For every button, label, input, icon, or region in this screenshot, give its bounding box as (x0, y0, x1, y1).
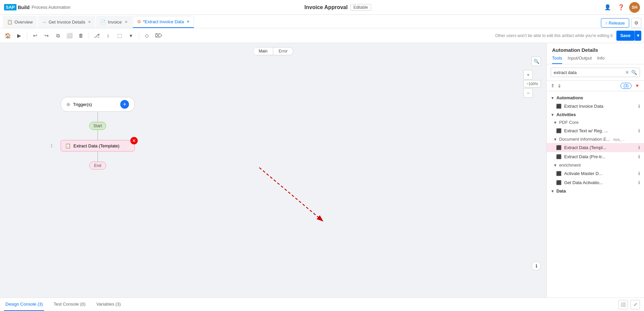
more-toolbar-button[interactable]: ▾ (126, 31, 136, 41)
get-data-activatio-info-icon[interactable]: ℹ (638, 180, 640, 185)
branch-toolbar-button[interactable]: ⎇ (92, 31, 102, 41)
extract-text-reg-label: Extract Text w/ Reg. ... (564, 128, 636, 133)
tool-item-extract-invoice-data[interactable]: ⬛ Extract Invoice Data ℹ (547, 102, 644, 111)
canvas-search-button[interactable]: 🔍 (532, 57, 541, 66)
redo-toolbar-button[interactable]: ↪ (41, 31, 52, 41)
tool-item-extract-data-templ[interactable]: ⬛ Extract Data (Templ... ℹ (547, 143, 644, 152)
overview-tab-label: Overview (14, 20, 33, 25)
extract-text-reg-info-icon[interactable]: ℹ (638, 128, 640, 133)
delete-toolbar-button[interactable]: 🗑 (76, 31, 86, 41)
undo-toolbar-button[interactable]: ↩ (30, 31, 40, 41)
section-data-label: Data (556, 188, 566, 194)
search-go-icon[interactable]: 🔍 (631, 70, 637, 75)
flow-toolbar-button[interactable]: ↕ (103, 31, 113, 41)
tab-overview[interactable]: 📋 Overview (3, 16, 37, 28)
duplicate-toolbar-button[interactable]: ⬜ (64, 31, 74, 41)
canvas-tab-error[interactable]: Error (273, 47, 293, 55)
trigger-box[interactable]: ⊕ Trigger(s) + (61, 97, 135, 112)
panel-tabs: Tools Input/Output Info (552, 56, 639, 64)
trigger-add-button[interactable]: + (120, 100, 129, 109)
activate-master-icon: ⬛ (556, 171, 561, 176)
extract-invoice-data-info-icon[interactable]: ℹ (638, 104, 640, 109)
section-activities-header[interactable]: ▼ Activities (547, 111, 644, 118)
header-title-area: Invoice Approval Editable (76, 4, 600, 11)
tab-extract-invoice[interactable]: ⚙ *Extract Invoice Data ✕ (133, 16, 194, 28)
tool-item-extract-text-reg[interactable]: ⬛ Extract Text w/ Reg. ... ℹ (547, 126, 644, 135)
settings-icon-button[interactable]: ⚙ (631, 18, 641, 28)
filter-bar: ⇑ ⇓ (3) 🔻 (547, 81, 644, 91)
copy-toolbar-button[interactable]: ⧉ (53, 31, 63, 41)
automations-chevron-icon: ▼ (551, 96, 554, 100)
zoom-in-button[interactable]: + (523, 70, 533, 79)
tool-item-extract-data-pre[interactable]: ⬛ Extract Data (Pre-tr... ℹ (547, 152, 644, 161)
console-tab-variables[interactable]: Variables (3) (95, 298, 122, 311)
invoice-tab-close[interactable]: ✕ (125, 20, 128, 24)
canvas-info-button[interactable]: ℹ (532, 261, 541, 271)
save-split-button[interactable]: ▾ (635, 31, 641, 41)
bottom-maximize-button[interactable]: ⤢ (631, 300, 640, 309)
release-icon: ↑ (605, 21, 608, 26)
user-avatar: SH (629, 2, 640, 13)
help-icon-button[interactable]: ❓ (616, 2, 626, 13)
section-data-header[interactable]: ▼ Data (547, 187, 644, 195)
console-tab-test[interactable]: Test Console (0) (52, 298, 87, 311)
panel-tab-input-output[interactable]: Input/Output (568, 56, 592, 64)
panel-tab-info[interactable]: Info (597, 56, 605, 64)
zoom-out-button[interactable]: − (523, 88, 533, 98)
notifications-icon-button[interactable]: 👤 (602, 2, 613, 13)
header-actions: 👤 ❓ SH (602, 2, 640, 13)
subsection-pdf-core-header[interactable]: ▼ PDF Core (547, 118, 644, 126)
extract-invoice-tab-icon: ⚙ (137, 19, 141, 24)
zoom-level-display: ~100% (523, 80, 541, 88)
eraser-toolbar-button[interactable]: ⌦ (153, 31, 163, 41)
get-data-activatio-icon: ⬛ (556, 180, 561, 185)
subsection-doc-info-header[interactable]: ▼ Document Information E... irpa_... (547, 135, 644, 143)
end-node: End (89, 162, 106, 170)
select-toolbar-button[interactable]: ⬚ (115, 31, 125, 41)
activity-icon: 📋 (65, 143, 71, 148)
get-data-activatio-label: Get Data Activatio... (564, 180, 636, 185)
section-automations-header[interactable]: ▼ Automations (547, 94, 644, 102)
flow-diagram: ⊕ Trigger(s) + Start 1 📋 Extract Data (T… (61, 97, 135, 170)
save-button[interactable]: Save (616, 31, 635, 41)
svg-line-1 (259, 168, 323, 221)
extract-data-templ-info-icon[interactable]: ℹ (638, 145, 640, 150)
get-invoice-tab-icon: ↔ (42, 20, 46, 25)
run-toolbar-button[interactable]: ▶ (14, 31, 24, 41)
filter-badge[interactable]: (3) (620, 83, 632, 89)
extract-data-pre-icon: ⬛ (556, 154, 561, 159)
invoice-tab-label: Invoice (108, 20, 122, 25)
tab-invoice[interactable]: 📄 Invoice ✕ (96, 16, 132, 28)
search-input[interactable] (554, 70, 623, 75)
extract-data-pre-label: Extract Data (Pre-tr... (564, 154, 636, 159)
canvas-tab-main[interactable]: Main (253, 47, 273, 55)
extract-data-templ-icon: ⬛ (556, 145, 561, 150)
build-label: Build (18, 5, 30, 10)
activities-chevron-icon: ▼ (551, 113, 554, 117)
tab-get-invoice[interactable]: ↔ Get Invoice Details ✕ (38, 16, 95, 28)
bottom-minimize-button[interactable]: ⬜ (618, 300, 628, 309)
get-invoice-tab-close[interactable]: ✕ (88, 20, 91, 24)
sort-asc-icon[interactable]: ⇑ (551, 83, 555, 89)
home-toolbar-button[interactable]: 🏠 (3, 31, 13, 41)
subsection-doc-info-label: Document Information E... (559, 137, 610, 142)
extract-invoice-tab-close[interactable]: ✕ (187, 20, 190, 24)
sap-logo: SAP Build Process Automation (4, 4, 70, 10)
shape-toolbar-button[interactable]: ◇ (142, 31, 152, 41)
activate-master-label: Activate Master D... (564, 171, 636, 176)
console-tab-design[interactable]: Design Console (3) (4, 298, 44, 311)
tool-item-get-data-activatio[interactable]: ⬛ Get Data Activatio... ℹ (547, 178, 644, 187)
sort-desc-icon[interactable]: ⇓ (557, 83, 561, 89)
section-activities-label: Activities (556, 112, 576, 117)
tool-item-activate-master[interactable]: ⬛ Activate Master D... ℹ (547, 169, 644, 178)
release-button[interactable]: ↑ Release (601, 18, 629, 28)
subsection-enrichment-header[interactable]: ▼ enrichment (547, 161, 644, 169)
activity-box[interactable]: 📋 Extract Data (Template) ✕ (61, 140, 135, 151)
activate-master-info-icon[interactable]: ℹ (638, 171, 640, 176)
extract-data-pre-info-icon[interactable]: ℹ (638, 154, 640, 159)
bottom-bar-right: ⬜ ⤢ (618, 300, 640, 309)
filter-clear-icon[interactable]: 🔻 (634, 83, 640, 89)
panel-tab-tools[interactable]: Tools (552, 56, 562, 64)
activity-label: Extract Data (Template) (73, 143, 120, 148)
search-clear-icon[interactable]: ✕ (625, 70, 629, 75)
